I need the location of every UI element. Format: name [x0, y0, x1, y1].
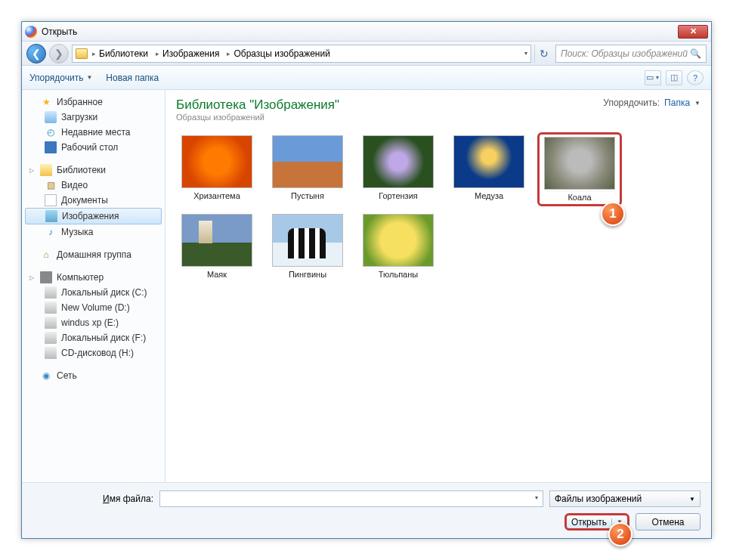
thumbnail	[363, 214, 434, 267]
sidebar-music[interactable]: ♪Музыка	[22, 224, 165, 240]
file-item-tulips[interactable]: Тюльпаны	[356, 211, 441, 282]
file-item-jellyfish[interactable]: Медуза	[447, 132, 531, 206]
search-icon: 🔍	[690, 48, 701, 59]
folder-icon	[76, 48, 88, 59]
help-button[interactable]: ?	[687, 70, 704, 85]
sidebar-video[interactable]: ▧Видео	[22, 178, 165, 193]
thumbnail	[181, 135, 252, 188]
sidebar-drive-c[interactable]: Локальный диск (C:)	[22, 285, 165, 300]
main-pane: Библиотека "Изображения" Образцы изображ…	[165, 90, 711, 482]
library-subtitle: Образцы изображений	[176, 113, 339, 122]
sidebar-computer[interactable]: ▷Компьютер	[22, 270, 165, 285]
sidebar-downloads[interactable]: Загрузки	[22, 110, 165, 125]
file-grid: Хризантема Пустыня Гортензия Медуза Коал…	[165, 126, 711, 482]
chrome-icon	[25, 26, 37, 38]
sidebar-network[interactable]: ◉Сеть	[22, 368, 165, 383]
refresh-button[interactable]: ↻	[534, 45, 552, 63]
sidebar-homegroup[interactable]: ⌂Домашняя группа	[22, 247, 165, 262]
library-title: Библиотека "Изображения"	[176, 97, 339, 113]
preview-pane-button[interactable]: ◫	[666, 70, 682, 85]
close-button[interactable]: ✕	[678, 25, 708, 39]
thumbnail	[453, 135, 524, 188]
arrange-by[interactable]: Упорядочить: Папка ▼	[603, 97, 701, 108]
sidebar-libraries[interactable]: ▷Библиотеки	[22, 162, 165, 178]
search-placeholder: Поиск: Образцы изображений	[561, 48, 688, 59]
file-item-hydrangeas[interactable]: Гортензия	[356, 132, 441, 206]
file-item-desert[interactable]: Пустыня	[265, 132, 350, 206]
search-input[interactable]: Поиск: Образцы изображений 🔍	[555, 45, 707, 63]
crumb-samples[interactable]: Образцы изображений	[234, 48, 329, 59]
new-folder-button[interactable]: Новая папка	[106, 73, 159, 83]
forward-button[interactable]: ❯	[49, 44, 69, 63]
thumbnail	[544, 137, 615, 190]
toolbar: Упорядочить▼ Новая папка ▭▼ ◫ ?	[22, 66, 711, 90]
sidebar-images[interactable]: Изображения	[25, 208, 162, 224]
filename-input[interactable]: ▾	[159, 490, 543, 507]
sidebar-drive-h[interactable]: CD-дисковод (H:)	[22, 345, 165, 360]
window-title: Открыть	[42, 26, 77, 37]
sidebar-recent[interactable]: ◴Недавние места	[22, 125, 165, 140]
sidebar-favorites[interactable]: ★Избранное	[22, 94, 165, 110]
view-mode-button[interactable]: ▭▼	[645, 70, 661, 85]
callout-marker-2: 2	[608, 522, 632, 546]
nav-bar: ❮ ❯ ▸Библиотеки ▸Изображения ▸Образцы из…	[22, 42, 711, 66]
thumbnail	[272, 214, 343, 267]
cancel-button[interactable]: Отмена	[636, 513, 701, 531]
crumb-libraries[interactable]: Библиотеки	[99, 48, 148, 59]
breadcrumb-bar[interactable]: ▸Библиотеки ▸Изображения ▸Образцы изобра…	[72, 45, 531, 63]
filename-label: Имя файла:	[32, 493, 153, 504]
sidebar-drive-e[interactable]: windus xp (E:)	[22, 315, 165, 330]
file-item-koala[interactable]: Коала	[537, 132, 622, 206]
file-item-penguins[interactable]: Пингвины	[265, 211, 350, 282]
sidebar-documents[interactable]: Документы	[22, 193, 165, 208]
open-file-dialog: Открыть ✕ ❮ ❯ ▸Библиотеки ▸Изображения ▸…	[21, 21, 712, 539]
organize-menu[interactable]: Упорядочить▼	[29, 73, 92, 83]
file-type-filter[interactable]: Файлы изображений▼	[549, 490, 701, 507]
sidebar-desktop[interactable]: Рабочий стол	[22, 140, 165, 155]
thumbnail	[363, 135, 434, 188]
sidebar-drive-d[interactable]: New Volume (D:)	[22, 300, 165, 315]
sidebar: ★Избранное Загрузки ◴Недавние места Рабо…	[22, 90, 165, 482]
titlebar: Открыть ✕	[22, 22, 711, 42]
sidebar-drive-f[interactable]: Локальный диск (F:)	[22, 330, 165, 345]
thumbnail	[272, 135, 343, 188]
dialog-footer: Имя файла: ▾ Файлы изображений▼ Открыть▼…	[22, 482, 711, 538]
file-item-chrysanthemum[interactable]: Хризантема	[175, 132, 259, 206]
back-button[interactable]: ❮	[26, 44, 46, 63]
thumbnail	[181, 214, 252, 267]
callout-marker-1: 1	[601, 202, 625, 226]
file-item-lighthouse[interactable]: Маяк	[175, 211, 259, 282]
crumb-images[interactable]: Изображения	[162, 48, 219, 59]
